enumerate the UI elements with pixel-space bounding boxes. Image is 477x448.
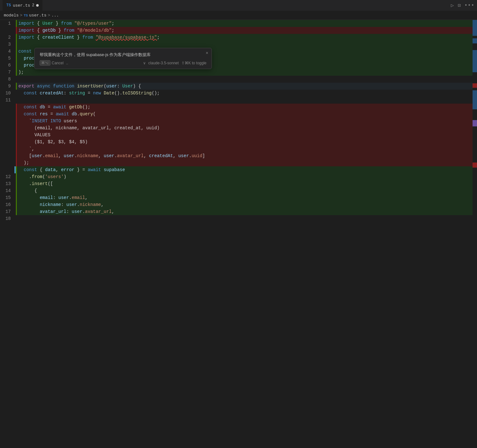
line-num-4: 4 <box>0 48 11 55</box>
code-line-3 <box>16 41 473 48</box>
line-num-10: 10 <box>0 90 11 97</box>
line-num-del-4 <box>0 125 11 131</box>
scrollbar-marker-1 <box>473 20 477 36</box>
line-num-16: 16 <box>0 201 11 208</box>
popup-cancel-area[interactable]: ⌘⌥ Cancel .. <box>40 60 68 66</box>
diff-popup: 帮我重构这个文件，使用 supabase-js 作为客户端操作数据库 ⌘⌥ Ca… <box>34 48 212 69</box>
code-line-7: ); <box>16 69 473 76</box>
code-line-14: .insert([ <box>16 180 473 187</box>
code-line-15: { <box>16 187 473 194</box>
breadcrumb-models[interactable]: models <box>4 13 19 18</box>
code-line-deleted-1: import { getDb } from "@/models/db"; <box>16 27 473 34</box>
line-num-8: 8 <box>0 76 11 83</box>
popup-dots: .. <box>66 61 68 65</box>
breadcrumb: models > TS user.ts > ... <box>0 11 477 20</box>
scrollbar-marker-4 <box>473 83 477 88</box>
code-line-del-5: (email, nickname, avatar_url, created_at… <box>16 125 473 131</box>
breadcrumb-filename[interactable]: user.ts <box>29 13 47 18</box>
more-actions-button[interactable]: ••• <box>464 3 474 8</box>
code-line-del-4: `INSERT INTO users <box>16 118 473 125</box>
code-line-del-9: [user.email, user.nickname, user.avatar_… <box>16 152 473 159</box>
code-line-1: import { User } from "@/types/user"; <box>16 20 473 27</box>
tab-number: 2 <box>32 3 34 8</box>
file-tab[interactable]: TS user.ts 2 <box>3 0 43 11</box>
line-num-del-8 <box>0 152 11 159</box>
chevron-down-icon: ∨ <box>143 61 146 65</box>
line-num-12: 12 <box>0 173 11 180</box>
code-line-11 <box>16 97 473 104</box>
code-line-16: email: user.email, <box>16 194 473 201</box>
code-line-del-2: const db = await getDb(); <box>16 104 473 111</box>
split-editor-button[interactable]: ⊡ <box>458 3 461 9</box>
code-line-12: const { data, error } = await supabase <box>16 166 473 173</box>
popup-footer: ⌘⌥ Cancel .. ∨ claude-3.5-sonnet ⇧⌘K to … <box>40 60 206 66</box>
code-line-del-10: ); <box>16 159 473 166</box>
code-line-13: .from('users') <box>16 173 473 180</box>
scrollbar-minimap[interactable] <box>473 20 477 448</box>
line-num-15: 15 <box>0 194 11 201</box>
code-line-del-3: const res = await db.query( <box>16 111 473 118</box>
code-line-9: export async function insertUser(user: U… <box>16 83 473 90</box>
close-icon[interactable]: × <box>206 51 208 56</box>
line-num-del-2 <box>0 111 11 118</box>
code-line-del-7: ($1, $2, $3, $4, $5) <box>16 138 473 145</box>
line-numbers: 1 2 3 4 5 6 7 8 9 10 11 12 13 14 15 16 1… <box>0 20 16 448</box>
scrollbar-marker-2 <box>473 38 477 43</box>
breadcrumb-ts-badge: TS <box>24 14 28 17</box>
line-num-7: 7 <box>0 69 11 76</box>
popup-prompt: 帮我重构这个文件，使用 supabase-js 作为客户端操作数据库 <box>40 52 206 58</box>
line-num-5: 5 <box>0 55 11 62</box>
line-num-18: 18 <box>0 215 11 222</box>
line-num-del-10 <box>0 166 11 173</box>
line-num-6: 6 <box>0 62 11 69</box>
model-name[interactable]: claude-3.5-sonnet <box>148 61 179 65</box>
code-editor: 帮我重构这个文件，使用 supabase-js 作为客户端操作数据库 ⌘⌥ Ca… <box>0 20 477 448</box>
line-num-3: 3 <box>0 41 11 48</box>
line-num-14: 14 <box>0 187 11 194</box>
run-button[interactable]: ▷ <box>451 2 454 9</box>
scrollbar-marker-3 <box>473 50 477 72</box>
scrollbar-marker-6 <box>473 120 477 126</box>
line-num-del-6 <box>0 138 11 145</box>
line-num-del-9 <box>0 159 11 166</box>
line-num-deleted <box>0 27 11 34</box>
toggle-shortcut: ⇧⌘K to toggle <box>181 61 206 65</box>
tab-filename: user.ts <box>13 3 30 8</box>
scrollbar-marker-5 <box>473 90 477 109</box>
breadcrumb-sep1: > <box>20 13 23 18</box>
line-num-9: 9 <box>0 83 11 90</box>
line-num-del-5 <box>0 131 11 138</box>
line-num-del-3 <box>0 118 11 125</box>
line-num-del-7 <box>0 145 11 152</box>
line-num-2: 2 <box>0 34 11 41</box>
line-num-17: 17 <box>0 208 11 215</box>
unsaved-dot <box>36 4 39 7</box>
cancel-label[interactable]: Cancel <box>52 61 63 65</box>
code-line-del-8: `, <box>16 145 473 152</box>
code-line-8 <box>16 76 473 83</box>
code-line-10: const createdAt: string = new Date().toI… <box>16 90 473 97</box>
code-line-17: nickname: user.nickname, <box>16 201 473 208</box>
code-line-18: avatar_url: user.avatar_url, <box>16 208 473 215</box>
scrollbar-marker-7 <box>473 163 477 168</box>
breadcrumb-sep2: > <box>48 13 50 18</box>
line-num-1: 1 <box>0 20 11 27</box>
popup-right: ∨ claude-3.5-sonnet ⇧⌘K to toggle <box>143 61 206 65</box>
line-num-del-1 <box>0 104 11 111</box>
code-content: import { User } from "@/types/user"; imp… <box>16 20 473 448</box>
breadcrumb-rest[interactable]: ... <box>51 13 59 18</box>
tab-bar: TS user.ts 2 ▷ ⊡ ••• <box>0 0 477 11</box>
code-line-2: import { createClient } from "@supabase/… <box>16 34 473 41</box>
cancel-shortcut: ⌘⌥ <box>40 60 50 66</box>
ts-badge: TS <box>6 3 11 8</box>
line-num-13: 13 <box>0 180 11 187</box>
code-line-del-6: VALUES <box>16 131 473 138</box>
tab-actions: ▷ ⊡ ••• <box>451 2 474 9</box>
line-num-11: 11 <box>0 97 11 104</box>
